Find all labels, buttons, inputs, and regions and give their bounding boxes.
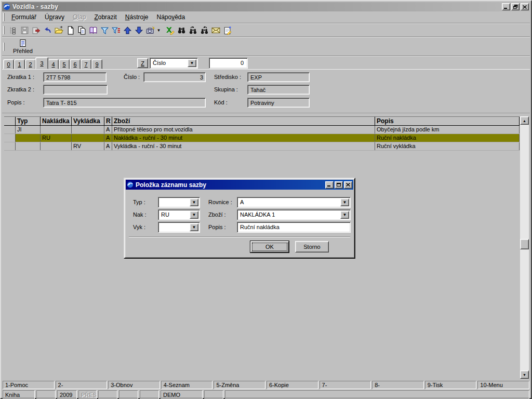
fkey-3[interactable]: 3-Obnov [108,381,160,389]
fkey-9[interactable]: 9-Tisk [425,381,477,389]
sort-combo[interactable]: Číslo ▼ [150,58,198,69]
table-row-selected[interactable]: RU A Nakládka - ruční - 30 minut Ruční n… [4,134,520,142]
tab-0[interactable]: 0 [3,59,14,69]
record-number-input[interactable]: 0 [209,58,248,69]
sort-combo-value: Číslo [150,58,187,68]
storno-button[interactable]: Storno [295,241,329,252]
tab-7[interactable]: 7 [81,59,91,69]
tab-1[interactable]: 1 [14,59,25,69]
fkey-5[interactable]: 5-Změna [214,381,265,389]
menu-nastroje[interactable]: Nástroje [121,12,153,22]
tab-4[interactable]: 4 [48,59,59,69]
toolbar-secondary: Přehled [2,37,530,56]
fkey-6[interactable]: 6-Kopie [267,381,318,389]
minimize-button[interactable] [502,3,510,10]
chevron-down-icon[interactable]: ▼ [188,59,196,67]
fkey-7[interactable]: 7- [320,381,371,389]
fkey-1[interactable]: 1-Pomoc [3,381,55,389]
status-bar: Kniha 2009 PŘES DEMO [2,390,530,399]
chevron-down-icon[interactable]: ▼ [190,211,198,219]
tab-9[interactable]: 9 [91,59,102,69]
copy-button[interactable] [76,24,87,36]
book-button[interactable] [87,24,99,36]
tab-2[interactable]: 2 [25,59,36,69]
save-record-button[interactable] [30,24,42,36]
restore-button[interactable] [511,3,520,10]
popis-field[interactable]: Tatra T- 815 [43,98,206,108]
move-down-button[interactable] [133,24,144,36]
find-button[interactable] [176,24,187,36]
kod-field[interactable]: Potraviny [247,98,310,108]
dialog-popis-label: Popis : [208,224,226,230]
filter-button[interactable] [99,24,110,36]
ok-button[interactable]: OK [250,241,289,252]
z-button[interactable]: Z [137,58,148,68]
fkey-4[interactable]: 4-Seznam [161,381,213,389]
edit-document-icon [223,26,232,35]
tab-6[interactable]: 6 [70,59,81,69]
edit-document-button[interactable] [221,24,233,36]
filter-list-button[interactable] [110,24,122,36]
dialog-zbozi-combo[interactable]: NAKLÁDKA 1 ▼ [237,209,351,220]
chevron-down-icon[interactable]: ▼ [190,198,198,206]
close-button[interactable] [521,3,529,10]
fkey-2[interactable]: 2- [56,381,108,389]
mail-button[interactable] [210,24,221,36]
new-document-button[interactable] [64,24,76,36]
tab-3[interactable]: 3 [35,57,48,69]
dialog-typ-combo[interactable]: ▼ [158,197,200,208]
menu-formular[interactable]: Formulář [7,12,41,22]
col-nakladka[interactable]: Nakládka [41,117,72,125]
col-vykladka[interactable]: Vykládka [72,117,104,125]
fkey-8[interactable]: 8- [372,381,424,389]
col-popis[interactable]: Popis [375,117,520,125]
camera-dropdown-button[interactable]: ▾ [156,24,162,36]
toolbar2-gripper[interactable] [3,43,5,51]
menu-upravy[interactable]: Úpravy [41,12,69,22]
chevron-down-icon[interactable]: ▼ [190,223,198,231]
skupina-field[interactable]: Tahač [247,85,310,95]
save-record-icon [32,26,41,35]
export-excel-button[interactable] [164,24,176,36]
status-pres: PŘES [78,390,97,399]
find-previous-button[interactable] [187,24,198,36]
scroll-up-icon[interactable]: ▲ [520,116,529,125]
scrollbar-thumb[interactable] [520,239,529,249]
toolbar-gripper[interactable] [3,26,5,34]
prehled-button[interactable]: Přehled [8,38,37,55]
camera-button[interactable] [144,24,156,36]
col-typ[interactable]: Typ [16,117,41,125]
zkratka2-field[interactable] [43,85,108,95]
find-next-button[interactable] [198,24,210,36]
dialog-vyk-combo[interactable]: ▼ [158,222,200,233]
col-r[interactable]: R [104,117,112,125]
undo-button[interactable] [42,24,53,36]
menubar-gripper[interactable] [3,13,5,21]
menu-napoveda[interactable]: Nápověda [153,12,190,22]
table-row[interactable]: RV A Vykládka - ruční - 30 minut Ruční v… [4,142,520,151]
vertical-scrollbar[interactable]: ▲ ▼ [520,116,529,379]
tab-5[interactable]: 5 [59,59,70,69]
col-zbozi[interactable]: Zboží [112,117,375,125]
move-up-button[interactable] [122,24,133,36]
fkey-10[interactable]: 10-Menu [477,381,529,389]
open-button[interactable] [53,24,64,36]
dialog-close-button[interactable] [344,181,352,189]
table-row[interactable]: JI A Přítopné těleso pro mot.vozidla Oby… [4,126,520,134]
zkratka1-field[interactable]: 2T7 5798 [43,72,107,82]
scroll-down-icon[interactable]: ▼ [520,370,529,379]
chevron-down-icon[interactable]: ▼ [340,211,349,219]
cislo-field[interactable]: 3 [143,72,206,82]
dialog-nak-combo[interactable]: RU ▼ [158,209,200,220]
chevron-down-icon[interactable]: ▼ [340,198,349,206]
dialog-popis-field[interactable]: Ruční nakládka [237,222,351,233]
dialog-minimize-button[interactable] [325,181,334,189]
dialog-maximize-button[interactable] [335,181,343,189]
tree-view-button[interactable] [7,24,19,36]
stredisko-field[interactable]: EXP [247,72,310,82]
filter-icon [100,26,109,35]
filter-list-icon [112,26,121,35]
save-button[interactable] [19,24,30,36]
dialog-rovnice-combo[interactable]: A ▼ [237,197,351,208]
menu-zobrazit[interactable]: Zobrazit [90,12,121,22]
